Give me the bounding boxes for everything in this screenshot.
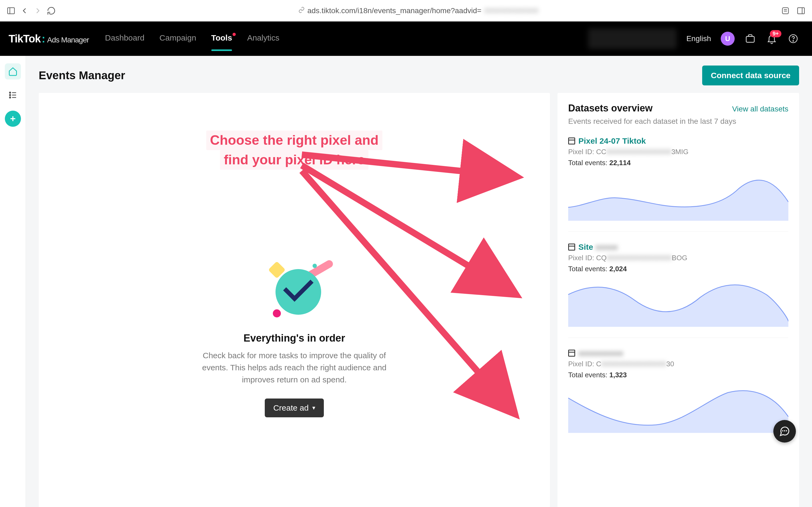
annotation-line1: Choose the right pixel and	[206, 130, 383, 150]
dataset-item: Pixel 24-07 Tiktok Pixel ID: CCXXXXXXXXX…	[568, 136, 789, 221]
tabs-icon[interactable]	[797, 6, 806, 15]
reader-icon[interactable]	[781, 6, 790, 15]
total-events: Total events: 2,024	[568, 265, 789, 273]
page-title: Events Manager	[39, 69, 125, 82]
sparkline-chart	[568, 172, 789, 221]
svg-point-11	[9, 95, 11, 96]
nav-item-badge-dot	[233, 33, 236, 36]
view-all-datasets-link[interactable]: View all datasets	[732, 105, 789, 113]
svg-rect-0	[7, 7, 14, 14]
avatar[interactable]: U	[721, 32, 735, 46]
rail-list-icon[interactable]	[5, 87, 21, 103]
brand-sub: Ads Manager	[47, 36, 89, 44]
datasets-subtitle: Events received for each dataset in the …	[568, 117, 789, 126]
tasks-card: Choose the right pixel and find your pix…	[39, 93, 550, 507]
nav-item-campaign[interactable]: Campaign	[160, 33, 196, 44]
divider	[568, 231, 789, 232]
dataset-name-link[interactable]: xxxxxxxxxx	[578, 349, 623, 358]
forward-icon	[33, 6, 43, 15]
brand-logo[interactable]: TikTok: Ads Manager	[9, 33, 89, 45]
pixel-id: Pixel ID: CXXXXXXXXXXXXXX30	[568, 360, 789, 368]
url-bar[interactable]: ads.tiktok.com/i18n/events_manager/home?…	[60, 6, 776, 15]
svg-rect-5	[798, 7, 805, 14]
browser-toolbar: ads.tiktok.com/i18n/events_manager/home?…	[0, 0, 812, 21]
main-area: Events Manager Connect data source Choos…	[26, 56, 812, 507]
dataset-item: xxxxxxxxxx Pixel ID: CXXXXXXXXXXXXXX30 T…	[568, 349, 789, 433]
empty-state-title: Everything's in order	[243, 332, 345, 344]
nav-items: DashboardCampaignToolsAnalytics	[105, 33, 279, 44]
annotation-line2: find your pixel ID here	[220, 150, 368, 170]
left-rail	[0, 56, 26, 507]
nav-item-dashboard[interactable]: Dashboard	[105, 33, 144, 44]
sparkline-chart	[568, 278, 789, 327]
empty-state-desc: Check back for more tasks to improve the…	[189, 349, 399, 386]
dataset-icon	[568, 243, 575, 250]
business-center-icon[interactable]	[744, 33, 756, 45]
dataset-icon	[568, 137, 575, 145]
create-ad-label: Create ad	[273, 403, 309, 412]
dataset-item: Site xxxxx Pixel ID: CQXXXXXXXXXXXXXXBOG…	[568, 242, 789, 327]
empty-state-illustration	[259, 258, 329, 323]
annotation-callout: Choose the right pixel and find your pix…	[206, 130, 383, 170]
total-events: Total events: 22,114	[568, 159, 789, 167]
url-blur: 0000000000000	[484, 6, 538, 15]
nav-item-analytics[interactable]: Analytics	[247, 33, 279, 44]
connect-data-source-button[interactable]: Connect data source	[702, 65, 799, 86]
brand-colon: :	[42, 33, 45, 45]
dataset-name-link[interactable]: Pixel 24-07 Tiktok	[578, 136, 646, 146]
notification-badge: 9+	[770, 30, 781, 37]
svg-point-10	[9, 92, 11, 94]
create-ad-button[interactable]: Create ad ▾	[265, 398, 324, 417]
back-icon[interactable]	[20, 6, 29, 15]
datasets-title: Datasets overview	[568, 103, 652, 114]
rail-add-icon[interactable]	[5, 111, 21, 127]
url-text: ads.tiktok.com/i18n/events_manager/home?…	[307, 6, 481, 15]
help-icon[interactable]	[787, 33, 799, 45]
svg-rect-7	[746, 37, 754, 43]
language-selector[interactable]: English	[686, 35, 711, 43]
chevron-down-icon: ▾	[312, 404, 315, 411]
pixel-id: Pixel ID: CCXXXXXXXXXXXXXX3MIG	[568, 148, 789, 156]
total-events: Total events: 1,323	[568, 371, 789, 379]
rail-home-icon[interactable]	[5, 63, 21, 79]
chat-fab[interactable]	[773, 420, 796, 443]
pixel-id: Pixel ID: CQXXXXXXXXXXXXXXBOG	[568, 254, 789, 262]
svg-point-9	[793, 41, 794, 41]
dataset-icon	[568, 350, 575, 357]
svg-rect-2	[782, 7, 789, 14]
top-nav: TikTok: Ads Manager DashboardCampaignToo…	[0, 21, 812, 56]
datasets-card: Datasets overview View all datasets Even…	[558, 93, 799, 507]
svg-line-19	[302, 165, 511, 292]
brand-text: TikTok	[9, 33, 41, 45]
nav-item-tools[interactable]: Tools	[211, 33, 232, 44]
account-selector[interactable]	[588, 29, 677, 49]
sparkline-chart	[568, 385, 789, 433]
reload-icon[interactable]	[47, 6, 56, 15]
notifications-icon[interactable]: 9+	[766, 33, 777, 45]
dataset-name-link[interactable]: Site xxxxx	[578, 242, 618, 251]
sidebar-toggle-icon[interactable]	[6, 6, 15, 15]
link-icon	[298, 6, 305, 15]
svg-point-12	[9, 97, 11, 98]
